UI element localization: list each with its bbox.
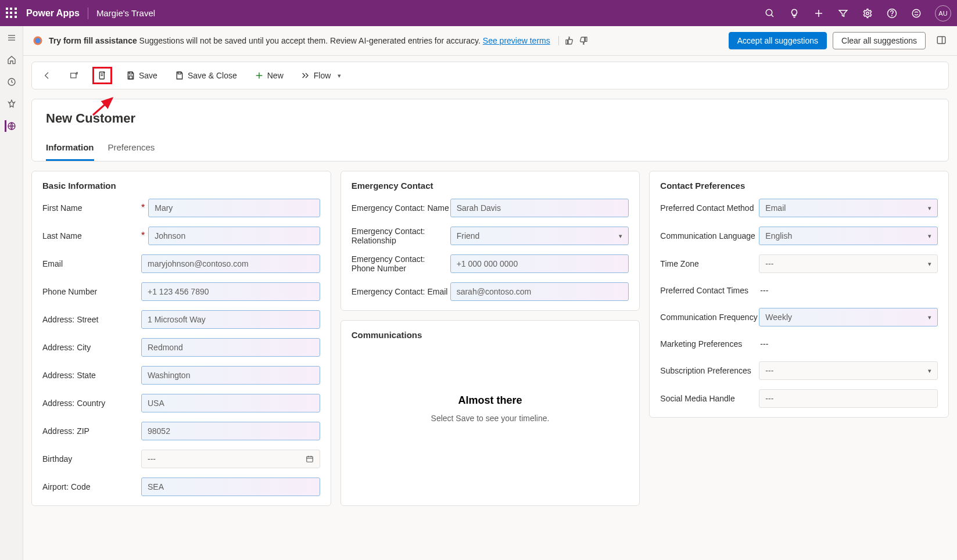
mkt-label: Marketing Preferences: [660, 339, 759, 349]
tz-label: Time Zone: [660, 259, 759, 268]
chevron-down-icon: ▾: [619, 232, 622, 240]
flow-button[interactable]: Flow▾: [298, 69, 345, 82]
svg-rect-21: [129, 72, 132, 74]
ec-email-field[interactable]: [450, 282, 629, 301]
ec-phone-field[interactable]: [450, 254, 629, 273]
open-pane-button[interactable]: [66, 69, 82, 82]
svg-rect-27: [306, 457, 313, 462]
gear-icon[interactable]: [862, 8, 873, 19]
social-field[interactable]: ---: [759, 389, 938, 408]
left-nav-rail: [0, 26, 23, 560]
hamburger-icon[interactable]: [6, 32, 17, 44]
last-name-label: Last Name: [42, 231, 141, 240]
svg-point-4: [866, 12, 869, 15]
email-label: Email: [42, 259, 141, 268]
save-close-button[interactable]: Save & Close: [171, 69, 241, 82]
svg-point-14: [35, 38, 41, 44]
svg-line-1: [771, 15, 773, 17]
chevron-down-icon: ▾: [928, 204, 931, 212]
thumbs-down-icon[interactable]: [579, 36, 588, 45]
tz-field[interactable]: ---▾: [759, 254, 938, 273]
method-label: Preferred Contact Method: [660, 203, 759, 213]
assist-text: Suggestions will not be saved until you …: [137, 36, 483, 45]
sub-field[interactable]: ---▾: [759, 361, 938, 380]
save-button[interactable]: Save: [123, 69, 161, 82]
street-field[interactable]: [141, 310, 320, 329]
city-field[interactable]: [141, 338, 320, 357]
ec-name-label: Emergency Contact: Name: [352, 203, 450, 213]
contact-prefs-section: Contact Preferences Preferred Contact Me…: [649, 171, 949, 418]
recent-icon[interactable]: [6, 76, 17, 88]
copilot-header-icon[interactable]: [911, 8, 922, 19]
first-name-label: First Name: [42, 203, 141, 213]
zip-field[interactable]: [141, 422, 320, 440]
user-avatar[interactable]: AU: [935, 5, 951, 21]
freq-label: Communication Frequency: [660, 313, 759, 322]
search-icon[interactable]: [764, 8, 776, 19]
svg-rect-15: [937, 37, 945, 44]
last-name-field[interactable]: [148, 227, 320, 245]
app-launcher-icon[interactable]: [6, 8, 17, 19]
help-icon[interactable]: [886, 8, 898, 19]
email-field[interactable]: [141, 254, 320, 273]
chevron-down-icon: ▾: [928, 367, 931, 375]
times-value: ---: [759, 282, 938, 299]
method-field[interactable]: Email▾: [759, 199, 938, 217]
country-field[interactable]: [141, 394, 320, 412]
home-icon[interactable]: [6, 54, 17, 66]
mkt-value: ---: [759, 336, 938, 352]
accept-all-button[interactable]: Accept all suggestions: [729, 32, 827, 49]
state-field[interactable]: [141, 366, 320, 385]
add-icon[interactable]: [813, 8, 825, 19]
lightbulb-icon[interactable]: [788, 8, 800, 19]
airport-field[interactable]: [141, 478, 320, 496]
phone-field[interactable]: [141, 282, 320, 301]
svg-rect-17: [71, 73, 76, 78]
calendar-icon[interactable]: [306, 455, 314, 463]
phone-label: Phone Number: [42, 287, 141, 296]
preview-terms-link[interactable]: See preview terms: [483, 36, 550, 45]
freq-field[interactable]: Weekly▾: [759, 308, 938, 326]
back-button[interactable]: [39, 69, 55, 82]
form-tabs: Information Preferences: [46, 142, 934, 161]
svg-point-7: [912, 9, 920, 17]
first-name-field[interactable]: [148, 199, 320, 217]
form-fill-toolbar-button[interactable]: [92, 67, 112, 84]
svg-point-0: [766, 9, 772, 16]
tab-information[interactable]: Information: [46, 142, 94, 161]
form-assist-bar: Try form fill assistance Suggestions wil…: [23, 26, 957, 56]
zip-label: Address: ZIP: [42, 426, 141, 436]
social-label: Social Media Handle: [660, 394, 759, 403]
city-label: Address: City: [42, 343, 141, 352]
copilot-icon: [33, 35, 43, 46]
communications-section: Communications Almost there Select Save …: [340, 320, 640, 506]
birthday-field[interactable]: ---: [141, 450, 320, 468]
lang-label: Communication Language: [660, 231, 759, 240]
times-label: Preferred Contact Times: [660, 286, 759, 295]
chevron-down-icon: ▾: [928, 260, 931, 268]
svg-rect-22: [129, 76, 132, 79]
birthday-label: Birthday: [42, 454, 141, 464]
section-title: Basic Information: [42, 181, 320, 191]
global-header: Power Apps Margie's Travel AU: [0, 0, 957, 26]
section-title: Communications: [352, 330, 629, 340]
ec-rel-field[interactable]: Friend▾: [450, 227, 629, 245]
filter-icon[interactable]: [837, 8, 849, 19]
lang-field[interactable]: English▾: [759, 227, 938, 245]
svg-point-6: [892, 15, 893, 16]
state-label: Address: State: [42, 371, 141, 380]
thumbs-up-icon[interactable]: [565, 36, 574, 45]
ec-phone-label: Emergency Contact: Phone Number: [352, 254, 450, 273]
tab-preferences[interactable]: Preferences: [108, 142, 155, 161]
copilot-panel-icon[interactable]: [936, 35, 948, 46]
street-label: Address: Street: [42, 315, 141, 324]
new-button[interactable]: New: [251, 69, 287, 82]
clear-all-button[interactable]: Clear all suggestions: [833, 32, 926, 49]
globe-icon[interactable]: [5, 120, 16, 132]
svg-rect-23: [178, 72, 181, 74]
basic-info-section: Basic Information First Name* Last Name*…: [31, 171, 331, 506]
pin-icon[interactable]: [6, 98, 17, 110]
emergency-section: Emergency Contact Emergency Contact: Nam…: [340, 171, 640, 311]
ec-name-field[interactable]: [450, 199, 629, 217]
command-bar: Save Save & Close New Flow▾: [31, 62, 949, 89]
